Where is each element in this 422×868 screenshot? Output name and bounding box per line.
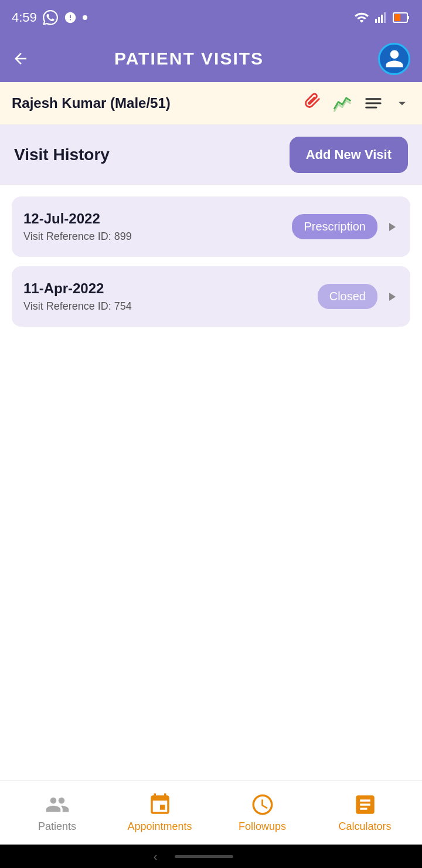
patient-bar: Rajesh Kumar (Male/51) [0, 82, 422, 125]
chevron-right-icon-1 [384, 220, 399, 234]
nav-calculators-label: Calculators [338, 820, 391, 833]
nav-followups-label: Followups [239, 820, 286, 833]
back-button[interactable] [12, 50, 29, 67]
nav-appointments-label: Appointments [127, 820, 192, 833]
visit-history-title: Visit History [14, 145, 110, 164]
dropdown-icon[interactable] [394, 95, 410, 111]
nav-patients[interactable]: Patients [6, 792, 108, 833]
patients-icon [45, 792, 70, 817]
patient-actions [302, 93, 410, 114]
status-bar-right [354, 10, 410, 25]
closed-badge: Closed [318, 284, 377, 309]
status-time: 4:59 [12, 10, 37, 25]
visit-history-header: Visit History Add New Visit [0, 125, 422, 185]
svg-rect-6 [407, 16, 409, 19]
visit-date-1: 12-Jul-2022 [23, 211, 292, 227]
avatar [378, 43, 410, 75]
status-bar-left: 4:59 [12, 10, 87, 25]
nav-followups[interactable]: Followups [211, 792, 314, 833]
graph-icon[interactable] [332, 94, 353, 113]
nav-calculators[interactable]: Calculators [314, 792, 416, 833]
visit-ref-2: Visit Reference ID: 754 [23, 300, 318, 313]
home-indicator: ‹ [0, 845, 422, 868]
app-header: PATIENT VISITS [0, 35, 422, 82]
svg-rect-3 [384, 12, 386, 23]
calculators-icon [353, 792, 377, 817]
chevron-right-icon-2 [384, 290, 399, 304]
main-content: Visit History Add New Visit 12-Jul-2022 … [0, 125, 422, 565]
svg-rect-1 [378, 17, 380, 23]
home-bar [175, 855, 233, 858]
bottom-nav: Patients Appointments Followups Calculat… [0, 780, 422, 845]
content-spacer [0, 565, 422, 781]
svg-rect-0 [375, 19, 377, 23]
visits-list: 12-Jul-2022 Visit Reference ID: 899 Pres… [0, 185, 422, 338]
status-bar: 4:59 [0, 0, 422, 35]
visit-info-1: 12-Jul-2022 Visit Reference ID: 899 [23, 211, 292, 243]
appointments-icon [148, 792, 172, 817]
patient-name: Rajesh Kumar (Male/51) [12, 95, 171, 111]
nav-appointments[interactable]: Appointments [108, 792, 211, 833]
nav-patients-label: Patients [38, 820, 76, 833]
attachment-icon[interactable] [302, 93, 321, 114]
visit-card-2[interactable]: 11-Apr-2022 Visit Reference ID: 754 Clos… [12, 266, 410, 327]
battery-icon [393, 11, 410, 25]
back-gesture-icon: ‹ [154, 850, 158, 863]
dot-indicator [83, 15, 87, 20]
svg-rect-2 [381, 15, 383, 23]
svg-rect-5 [394, 14, 400, 21]
visit-ref-1: Visit Reference ID: 899 [23, 230, 292, 243]
add-new-visit-button[interactable]: Add New Visit [290, 137, 408, 173]
signal-icon [374, 11, 388, 25]
followups-icon [250, 792, 275, 817]
visit-info-2: 11-Apr-2022 Visit Reference ID: 754 [23, 280, 318, 313]
wifi-icon [354, 10, 369, 25]
visit-date-2: 11-Apr-2022 [23, 280, 318, 297]
whatsapp-icon [43, 10, 58, 25]
visit-card-1[interactable]: 12-Jul-2022 Visit Reference ID: 899 Pres… [12, 196, 410, 257]
visit-card-right-2: Closed [318, 284, 399, 309]
list-icon[interactable] [363, 94, 383, 112]
visit-card-right-1: Prescription [292, 214, 399, 239]
prescription-badge: Prescription [292, 214, 377, 239]
page-title: PATIENT VISITS [41, 49, 337, 69]
notification-icon [64, 11, 77, 24]
